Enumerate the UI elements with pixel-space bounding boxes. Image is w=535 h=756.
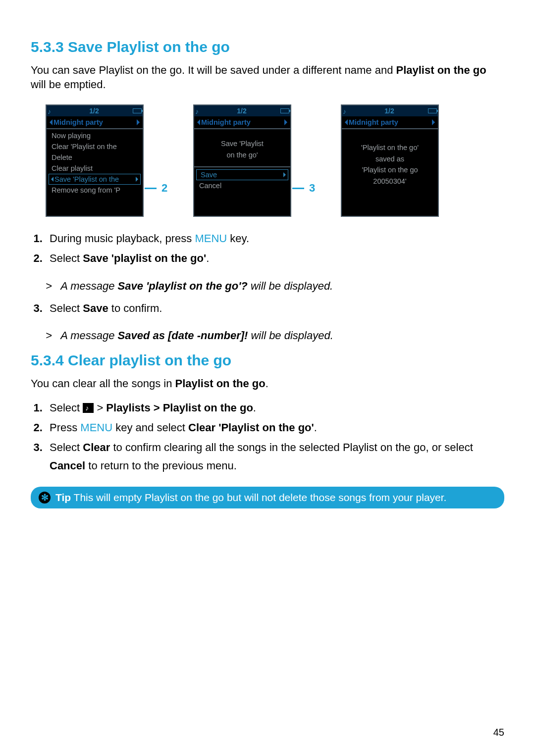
device-title-row: Midnight party [342, 116, 438, 129]
steps-list-533b: Select Save to confirm. [31, 300, 504, 317]
page-counter: 1/2 [55, 107, 133, 115]
menu-item: Clear playlist [47, 163, 143, 174]
battery-icon [280, 108, 289, 113]
device-header: 1/2 [47, 105, 143, 116]
step-item: Select Save 'playlist on the go'. [46, 250, 504, 267]
section-533-description: You can save Playlist on the go. It will… [31, 63, 504, 92]
steps-list-533: During music playback, press MENU key. S… [31, 230, 504, 268]
step-item: Select > Playlists > Playlist on the go. [46, 399, 504, 417]
page-number: 45 [493, 727, 504, 738]
page-counter: 1/2 [351, 107, 428, 115]
device-title-row: Midnight party [47, 116, 143, 129]
step-item: During music playback, press MENU key. [46, 230, 504, 248]
nav-right-icon [284, 119, 287, 125]
battery-icon [428, 108, 437, 113]
page-counter: 1/2 [203, 107, 280, 115]
step-item: Select Save to confirm. [46, 300, 504, 317]
menu-item: Cancel [194, 180, 290, 191]
menu-item: Now playing [47, 130, 143, 141]
step-item: Press MENU key and select Clear 'Playlis… [46, 419, 504, 437]
device-screen-3: 1/2 Midnight party 'Playlist on the go' … [341, 104, 439, 217]
device-message: 'Playlist on the go' saved as 'Playlist … [342, 129, 438, 193]
result-note: > A message Saved as [date -number]! wil… [46, 329, 504, 342]
device-title-row: Midnight party [194, 116, 290, 129]
tip-icon: ✻ [39, 492, 51, 504]
battery-icon [133, 108, 142, 113]
device-screens-row: 1/2 Midnight party Now playing Clear 'Pl… [46, 104, 504, 217]
device-screen-2: 1/2 Midnight party Save 'Playlist on the… [193, 104, 291, 217]
callout-number-2: 2 [145, 182, 167, 195]
nav-right-icon [432, 119, 435, 125]
device-screen-1: 1/2 Midnight party Now playing Clear 'Pl… [46, 104, 144, 217]
section-heading-534: 5.3.4 Clear playlist on the go [31, 352, 504, 369]
steps-list-534: Select > Playlists > Playlist on the go.… [31, 399, 504, 475]
menu-item: Delete [47, 152, 143, 163]
step-item: Select Clear to confirm clearing all the… [46, 439, 504, 475]
menu-item: Remove song from 'P [47, 185, 143, 196]
section-heading-533: 5.3.3 Save Playlist on the go [31, 39, 504, 55]
menu-item-highlighted: Save 'Playlist on the [49, 174, 141, 185]
callout-number-3: 3 [292, 182, 315, 195]
menu-item-highlighted: Save [196, 169, 288, 180]
tip-bar: ✻ Tip This will empty Playlist on the go… [31, 487, 504, 508]
result-note: > A message Save 'playlist on the go'? w… [46, 280, 504, 293]
music-note-icon [48, 107, 55, 114]
device-header: 1/2 [342, 105, 438, 116]
device-header: 1/2 [194, 105, 290, 116]
section-534-description: You can clear all the songs in Playlist … [31, 377, 504, 391]
menu-item: Clear 'Playlist on the [47, 141, 143, 152]
device-message: Save 'Playlist on the go' [194, 129, 290, 166]
music-note-icon [195, 107, 203, 114]
music-menu-icon [83, 403, 94, 413]
music-note-icon [343, 107, 351, 114]
nav-right-icon [137, 119, 140, 125]
